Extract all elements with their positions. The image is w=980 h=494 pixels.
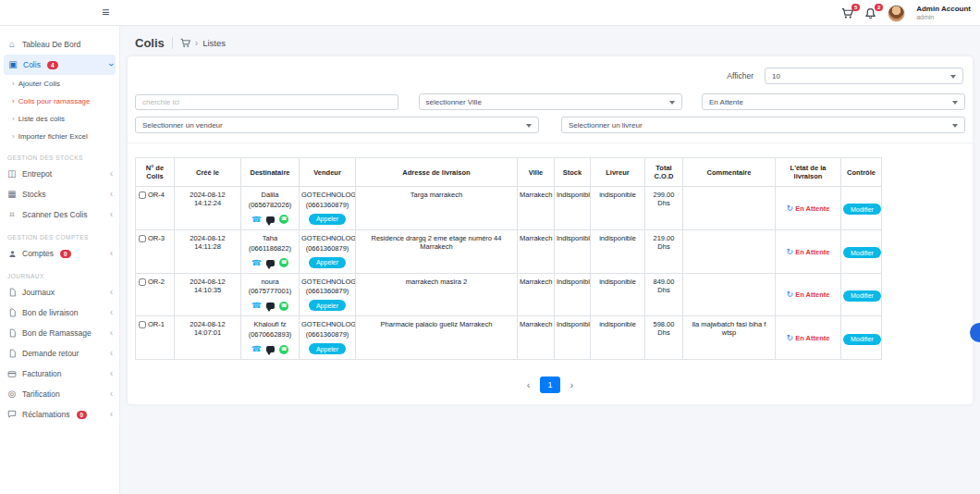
chat-icon[interactable] bbox=[266, 346, 275, 352]
row-checkbox[interactable] bbox=[139, 278, 146, 286]
appeler-button[interactable]: Appeler bbox=[309, 214, 346, 225]
sidebar-item-colis[interactable]: ▣ Colis 4 › bbox=[4, 55, 116, 75]
cart-button[interactable]: 5 bbox=[841, 7, 853, 19]
sidebar-item-label: Scanner Des Colis bbox=[22, 210, 87, 219]
cell-vendeur: GOTECHNOLOGY (0661360879) Appeler bbox=[300, 229, 356, 273]
chevron-down-icon bbox=[952, 124, 958, 128]
row-checkbox[interactable] bbox=[139, 191, 146, 199]
row-checkbox[interactable] bbox=[139, 321, 146, 328]
phone-icon[interactable]: ☎ bbox=[251, 300, 262, 312]
status-select[interactable]: En Attente bbox=[702, 93, 965, 110]
cell-created: 2024-08-12 14:11:28 bbox=[175, 229, 241, 273]
file-icon bbox=[6, 328, 18, 338]
chat-icon[interactable] bbox=[266, 260, 275, 266]
sidebar-item-bon-de-livraison[interactable]: Bon de livraison ‹ bbox=[0, 303, 119, 323]
avatar[interactable] bbox=[888, 5, 905, 22]
sidebar-item-entrepot[interactable]: ◫ Entrepot ‹ bbox=[0, 164, 119, 184]
sidebar-item-tarification[interactable]: ◎ Tarification ‹ bbox=[0, 384, 119, 404]
livreur-select[interactable]: Selectionner un livreur bbox=[561, 117, 965, 133]
sidebar-item-label: Tableau De Bord bbox=[22, 40, 80, 49]
whatsapp-icon[interactable]: ☎ bbox=[279, 215, 288, 224]
sidebar-item-facturation[interactable]: Facturation ‹ bbox=[0, 364, 119, 384]
cell-total: 299.00 Dhs bbox=[645, 187, 683, 230]
modifier-button[interactable]: Modifier bbox=[843, 290, 881, 302]
notifications-button[interactable]: 2 bbox=[864, 7, 876, 19]
whatsapp-icon[interactable]: ☎ bbox=[279, 345, 288, 354]
table-header-row: N° de Colis Créé le Destinataire Vendeur… bbox=[136, 158, 882, 187]
chat-icon[interactable] bbox=[266, 303, 275, 309]
pagination-next[interactable]: › bbox=[565, 377, 580, 392]
ville-select-value: selectionner Ville bbox=[426, 98, 482, 106]
sidebar-item-reclamations[interactable]: Réclamations 0 ‹ bbox=[0, 404, 119, 425]
cell-livreur: indisponible bbox=[591, 187, 645, 230]
sidebar-item-scanner-des-colis[interactable]: ⌗ Scanner Des Colis ‹ bbox=[0, 204, 119, 225]
sidebar-item-tableau-de-bord[interactable]: ⌂ Tableau De Bord bbox=[0, 34, 119, 55]
modifier-button[interactable]: Modifier bbox=[843, 334, 881, 345]
status-badge: En Attente bbox=[795, 334, 829, 342]
cell-etat: ↻ En Attente bbox=[776, 187, 841, 230]
chat-icon[interactable] bbox=[266, 216, 275, 223]
pagination-page-1[interactable]: 1 bbox=[540, 377, 559, 393]
pagination-prev[interactable]: ‹ bbox=[521, 377, 536, 392]
appeler-button[interactable]: Appeler bbox=[309, 300, 346, 311]
cell-adresse: marrakech masira 2 bbox=[356, 273, 518, 316]
column-header: Contrôle bbox=[841, 158, 882, 187]
chevron-right-icon: › bbox=[12, 132, 15, 141]
sidebar-item-importer-fichier-excel[interactable]: › Importer fichier Excel bbox=[0, 128, 119, 145]
section-header-gestion-des-stocks: GESTION DES STOCKS bbox=[0, 145, 119, 164]
hamburger-menu-icon[interactable]: ≡ bbox=[102, 5, 109, 19]
sidebar-item-stocks[interactable]: ▦ Stocks ‹ bbox=[0, 184, 119, 204]
status-badge: En Attente bbox=[795, 204, 829, 213]
sidebar-item-ajouter-colis[interactable]: › Ajouter Colis bbox=[0, 75, 119, 93]
sidebar-item-label: Colis bbox=[23, 60, 41, 69]
modifier-button[interactable]: Modifier bbox=[843, 247, 881, 258]
sidebar-item-journaux[interactable]: Journaux ‹ bbox=[0, 282, 119, 303]
cell-created: 2024-08-12 14:12:24 bbox=[175, 187, 241, 230]
cell-destinataire: noura (0675777001) ☎ ☎ bbox=[241, 273, 300, 316]
sidebar-item-liste-des-colis[interactable]: › Liste des colis bbox=[0, 110, 119, 128]
chevron-left-icon: ‹ bbox=[110, 350, 113, 357]
search-input[interactable] bbox=[135, 94, 398, 110]
cell-destinataire: Khaloufi fz (0670662893) ☎ ☎ bbox=[241, 316, 300, 360]
chevron-left-icon: ‹ bbox=[110, 211, 113, 218]
colis-id: OR-3 bbox=[148, 234, 165, 242]
per-page-select[interactable]: 10 bbox=[765, 68, 963, 84]
sidebar-item-label: Comptes bbox=[22, 249, 54, 258]
section-header-journaux: JOURNAUX bbox=[0, 264, 119, 282]
chevron-down-icon: › bbox=[106, 63, 114, 66]
phone-icon[interactable]: ☎ bbox=[251, 214, 262, 226]
chevron-down-icon bbox=[526, 124, 532, 128]
chevron-left-icon: ‹ bbox=[110, 370, 113, 377]
cell-created: 2024-08-12 14:07:01 bbox=[175, 316, 241, 360]
table-row: OR-2 2024-08-12 14:10:35 noura (06757770… bbox=[136, 273, 882, 316]
notifications-badge: 2 bbox=[875, 4, 883, 11]
column-header: Commentaire bbox=[683, 158, 776, 187]
cell-vendeur: GOTECHNOLOGY (0661360879) Appeler bbox=[300, 273, 356, 316]
column-header: N° de Colis bbox=[136, 158, 175, 187]
modifier-button[interactable]: Modifier bbox=[843, 204, 881, 215]
sidebar-item-demande-retour[interactable]: Demande retour ‹ bbox=[0, 343, 119, 364]
account-menu[interactable]: Admin Account admin bbox=[916, 5, 971, 20]
phone-icon[interactable]: ☎ bbox=[251, 343, 262, 355]
sidebar-item-comptes[interactable]: Comptes 0 ‹ bbox=[0, 243, 119, 264]
cell-ville: Marrakech bbox=[518, 273, 555, 316]
chevron-down-icon bbox=[950, 75, 956, 79]
cell-vendeur: GOTECHNOLOGY (0661360879) Appeler bbox=[300, 187, 356, 230]
appeler-button[interactable]: Appeler bbox=[309, 257, 346, 268]
row-checkbox[interactable] bbox=[139, 235, 146, 242]
cell-id: OR-3 bbox=[136, 229, 175, 273]
phone-icon[interactable]: ☎ bbox=[251, 257, 262, 269]
vendeur-select[interactable]: Selectionner un vendeur bbox=[135, 117, 539, 133]
column-header: Livreur bbox=[591, 158, 645, 187]
status-badge: En Attente bbox=[795, 248, 829, 256]
ville-select[interactable]: selectionner Ville bbox=[419, 93, 682, 110]
sidebar-item-colis-pour-ramassage[interactable]: › Colis pour ramassage bbox=[0, 93, 119, 110]
livreur-select-value: Selectionner un livreur bbox=[569, 121, 643, 130]
cell-stock: Indisponible bbox=[555, 316, 591, 360]
cart-badge: 5 bbox=[851, 4, 860, 11]
whatsapp-icon[interactable]: ☎ bbox=[279, 258, 288, 267]
whatsapp-icon[interactable]: ☎ bbox=[279, 302, 288, 311]
column-header: Stock bbox=[555, 158, 591, 187]
sidebar-item-bon-de-ramassage[interactable]: Bon de Ramassage ‹ bbox=[0, 323, 119, 343]
appeler-button[interactable]: Appeler bbox=[309, 343, 346, 354]
